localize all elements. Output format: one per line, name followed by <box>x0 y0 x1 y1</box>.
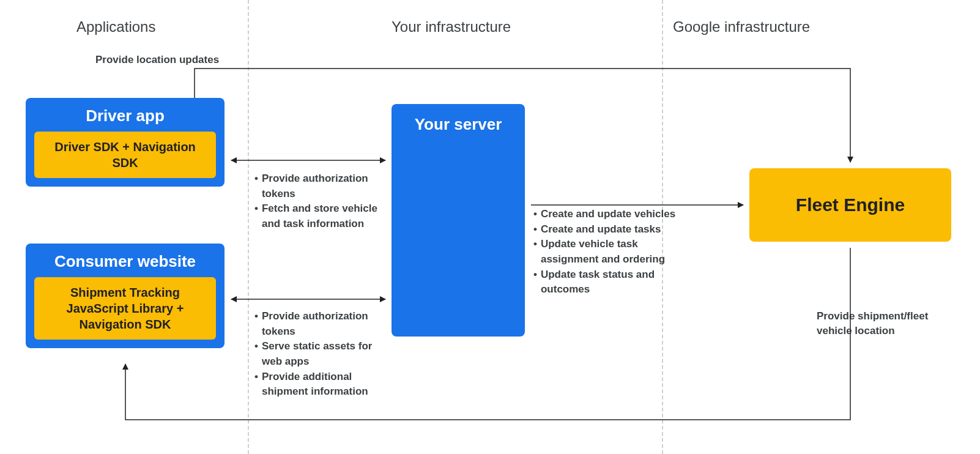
driver-app-box: Driver app Driver SDK + Navigation SDK <box>26 98 225 187</box>
bullets-consumer-server: •Provide authorization tokens•Serve stat… <box>254 309 389 400</box>
bullets-server-fleet: •Create and update vehicles•Create and u… <box>533 207 692 297</box>
label-provide-shipment: Provide shipment/fleet vehicle location <box>817 309 957 338</box>
your-server-box: Your server <box>392 104 525 337</box>
consumer-website-title: Consumer website <box>34 252 216 271</box>
fleet-engine-title: Fleet Engine <box>796 195 905 215</box>
label-provide-location: Provide location updates <box>95 53 219 67</box>
section-applications: Applications <box>76 18 155 35</box>
driver-app-chip: Driver SDK + Navigation SDK <box>34 132 216 178</box>
driver-app-title: Driver app <box>34 106 216 125</box>
consumer-website-box: Consumer website Shipment Tracking JavaS… <box>26 244 225 348</box>
consumer-website-chip: Shipment Tracking JavaScript Library + N… <box>34 277 216 340</box>
section-google-infra: Google infrastructure <box>673 18 810 35</box>
fleet-engine-box: Fleet Engine <box>749 168 951 242</box>
bullets-driver-server: •Provide authorization tokens•Fetch and … <box>254 171 389 232</box>
divider-1 <box>248 0 249 454</box>
your-server-title: Your server <box>392 115 525 134</box>
section-your-infra: Your infrastructure <box>392 18 511 35</box>
